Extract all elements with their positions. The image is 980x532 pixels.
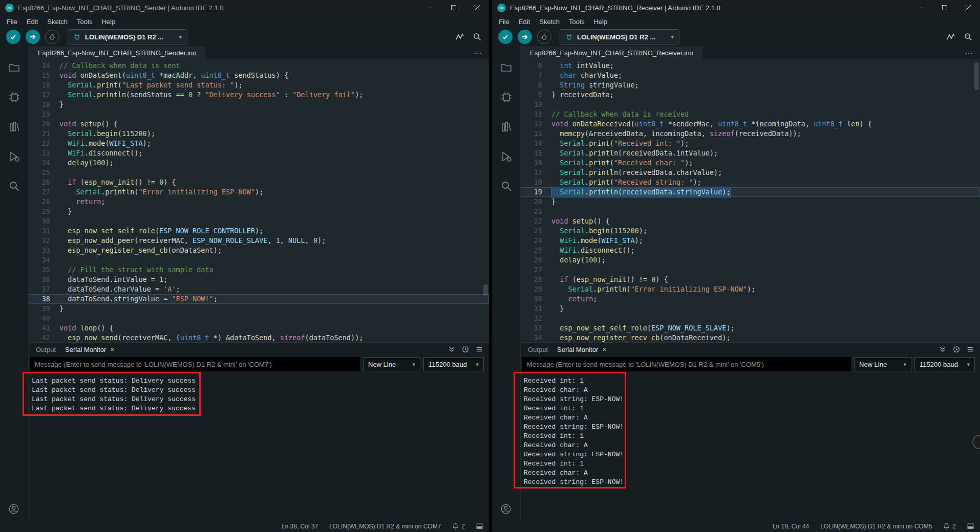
code-line[interactable]: 27 (521, 265, 980, 275)
notifications-bell-icon[interactable]: 2 (452, 523, 465, 530)
sketch-tab[interactable]: Esp8266_Esp-Now_INT_CHAR_STRING_Sender.i… (29, 46, 205, 59)
menu-help[interactable]: Help (97, 18, 120, 26)
debug-sidebar-icon[interactable] (8, 150, 20, 163)
editor-scrollbar[interactable] (483, 284, 488, 296)
titlebar[interactable]: ∞ Esp8266_Esp-Now_INT_CHAR_STRING_Sender… (0, 0, 489, 15)
sketch-tab[interactable]: Esp8266_Esp-Now_INT_CHAR_STRING_Receiver… (521, 46, 702, 59)
code-line[interactable]: 19 (29, 109, 489, 119)
titlebar[interactable]: ∞ Esp8266_Esp-Now_INT_CHAR_STRING_Receiv… (492, 0, 980, 15)
code-line[interactable]: 24 delay(100); (29, 158, 489, 168)
code-line[interactable]: 34 esp_now_register_recv_cb(onDataReceiv… (521, 333, 980, 342)
account-person-icon[interactable] (8, 503, 20, 516)
line-ending-select[interactable]: New Line▾ (854, 357, 911, 371)
verify-button[interactable] (6, 30, 20, 44)
code-line[interactable]: 41void loop() { (29, 323, 489, 333)
code-line[interactable]: 42 esp_now_send(receiverMAC, (uint8_t *)… (29, 333, 489, 342)
serial-plotter-icon[interactable] (946, 32, 955, 41)
board-selector[interactable]: LOLIN(WEMOS) D1 R2 ... ▾ (560, 29, 679, 45)
minimize-button[interactable] (909, 0, 933, 15)
menu-sketch[interactable]: Sketch (535, 18, 564, 26)
code-line[interactable]: 10 (521, 100, 980, 109)
account-person-icon[interactable] (500, 503, 513, 516)
code-line[interactable]: 12void onDataReceived(uint8_t *senderMac… (521, 119, 980, 129)
maximize-button[interactable] (442, 0, 465, 15)
code-line[interactable]: 33 esp_now_register_send_cb(onDataSent); (29, 246, 489, 255)
code-line[interactable]: 24 WiFi.mode(WIFI_STA); (521, 236, 980, 246)
sketchbook-folder-icon[interactable] (8, 61, 20, 74)
board-port-status[interactable]: LOLIN(WEMOS) D1 R2 & mini on COM5 (820, 523, 932, 530)
code-line[interactable]: 14 Serial.print("Received int: "); (521, 139, 980, 148)
tab-output[interactable]: Output (36, 346, 56, 353)
library-manager-books-icon[interactable] (8, 121, 20, 133)
serial-output[interactable]: Last packet send status: Delivery succes… (29, 372, 489, 520)
debug-button[interactable] (537, 30, 551, 44)
menu-tools[interactable]: Tools (564, 18, 589, 26)
code-line[interactable]: 22void setup() { (521, 216, 980, 226)
code-line[interactable]: 16 Serial.print("Received char: "); (521, 158, 980, 168)
debug-sidebar-icon[interactable] (500, 150, 513, 163)
code-editor[interactable]: 14// Callback when data is sent15void on… (29, 59, 489, 342)
code-line[interactable]: 29 Serial.println("Error initializing ES… (521, 284, 980, 294)
code-line[interactable]: 25 WiFi.disconnect(); (521, 246, 980, 255)
code-line[interactable]: 11// Callback when data is received (521, 109, 980, 119)
code-line[interactable]: 20} (521, 197, 980, 207)
search-icon[interactable] (500, 180, 513, 192)
menu-file[interactable]: File (2, 18, 22, 26)
boards-manager-chip-icon[interactable] (8, 91, 20, 103)
autoscroll-icon[interactable] (448, 346, 455, 353)
code-line[interactable]: 9} receivedData; (521, 90, 980, 100)
menu-file[interactable]: File (494, 18, 514, 26)
menu-tools[interactable]: Tools (72, 18, 97, 26)
code-line[interactable]: 32 (521, 314, 980, 323)
serial-monitor-icon[interactable] (473, 32, 482, 41)
code-line[interactable]: 35 // Fill the struct with sample data (29, 265, 489, 275)
code-line[interactable]: 26 delay(100); (521, 255, 980, 265)
menu-edit[interactable]: Edit (22, 18, 42, 26)
code-line[interactable]: 20void setup() { (29, 119, 489, 129)
menu-help[interactable]: Help (589, 18, 612, 26)
clear-output-icon[interactable] (967, 346, 974, 353)
baud-select[interactable]: 115200 baud▾ (423, 357, 484, 371)
baud-select[interactable]: 115200 baud▾ (914, 357, 975, 371)
close-icon[interactable]: × (602, 345, 606, 353)
code-line[interactable]: 13 memcpy(&receivedData, incomingData, s… (521, 129, 980, 139)
code-line[interactable]: 36 dataToSend.intValue = 1; (29, 275, 489, 284)
board-selector[interactable]: LOLIN(WEMOS) D1 R2 ... ▾ (68, 29, 187, 45)
close-button[interactable] (956, 0, 980, 15)
code-line[interactable]: 18} (29, 100, 489, 109)
code-line[interactable]: 15 Serial.println(receivedData.intValue)… (521, 148, 980, 158)
code-line[interactable]: 32 esp_now_add_peer(receiverMAC, ESP_NOW… (29, 236, 489, 246)
tab-serial-monitor[interactable]: Serial Monitor× (557, 345, 606, 353)
code-line[interactable]: 28 if (esp_now_init() != 0) { (521, 275, 980, 284)
code-line[interactable]: 14// Callback when data is sent (29, 61, 489, 71)
close-icon[interactable]: × (110, 345, 114, 353)
maximize-button[interactable] (933, 0, 956, 15)
code-line[interactable]: 38 dataToSend.stringValue = "ESP-NOW!"; (29, 294, 489, 304)
tab-overflow-icon[interactable]: ⋯ (965, 48, 973, 58)
boards-manager-chip-icon[interactable] (500, 91, 513, 103)
code-line[interactable]: 37 dataToSend.charValue = 'A'; (29, 284, 489, 294)
serial-output[interactable]: Received int: 1Received char: AReceived … (521, 372, 980, 520)
code-line[interactable]: 22 WiFi.mode(WIFI_STA); (29, 139, 489, 148)
verify-button[interactable] (498, 30, 513, 44)
code-line[interactable]: 30 return; (521, 294, 980, 304)
code-line[interactable]: 40 (29, 314, 489, 323)
code-line[interactable]: 6 int intValue; (521, 61, 980, 71)
notifications-bell-icon[interactable]: 2 (943, 523, 956, 530)
code-line[interactable]: 18 Serial.print("Received string: "); (521, 178, 980, 187)
code-line[interactable]: 21 Serial.begin(115200); (29, 129, 489, 139)
code-line[interactable]: 33 esp_now_set_self_role(ESP_NOW_ROLE_SL… (521, 323, 980, 333)
code-line[interactable]: 21 (521, 207, 980, 216)
code-line[interactable]: 27 Serial.println("Error initializing ES… (29, 187, 489, 197)
autoscroll-icon[interactable] (939, 346, 946, 353)
minimize-button[interactable] (418, 0, 442, 15)
code-line[interactable]: 23 WiFi.disconnect(); (29, 148, 489, 158)
code-line[interactable]: 28 return; (29, 197, 489, 207)
search-icon[interactable] (8, 180, 20, 192)
timestamp-clock-icon[interactable] (462, 346, 469, 353)
code-line[interactable]: 19 Serial.println(receivedData.stringVal… (521, 187, 980, 197)
editor-scrollbar[interactable] (974, 62, 979, 90)
panel-toggle-icon[interactable] (476, 523, 483, 529)
code-line[interactable]: 31 esp_now_set_self_role(ESP_NOW_ROLE_CO… (29, 226, 489, 236)
upload-button[interactable] (518, 30, 532, 44)
